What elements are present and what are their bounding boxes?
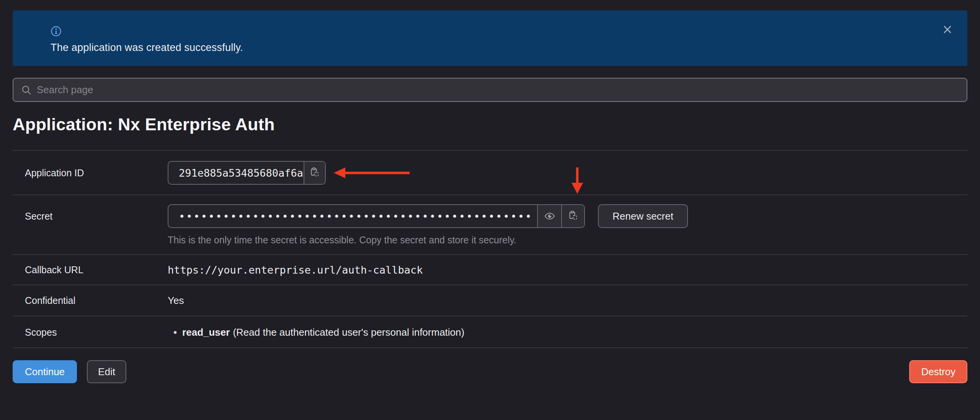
scope-bullet: • bbox=[173, 326, 177, 338]
application-details-page: { "banner": { "message": "The applicatio… bbox=[0, 0, 980, 420]
copy-icon bbox=[309, 167, 320, 179]
page-title: Application: Nx Enterprise Auth bbox=[13, 113, 967, 136]
secret-masked-input[interactable] bbox=[168, 205, 537, 227]
annotation-arrow-down-icon bbox=[568, 167, 586, 194]
scopes-list-item: • read_user(Read the authenticated user'… bbox=[168, 326, 464, 338]
secret-copy-button[interactable] bbox=[561, 205, 584, 227]
secret-label: Secret bbox=[25, 204, 168, 228]
destroy-button[interactable]: Destroy bbox=[909, 360, 967, 383]
action-buttons: Continue Edit Destroy bbox=[13, 360, 967, 383]
row-scopes: Scopes • read_user(Read the authenticate… bbox=[13, 316, 967, 348]
application-id-input[interactable] bbox=[168, 162, 304, 184]
application-id-copy-button[interactable] bbox=[304, 162, 325, 184]
close-icon bbox=[942, 24, 953, 35]
secret-helper-text: This is the only time the secret is acce… bbox=[168, 235, 688, 245]
scope-name: read_user bbox=[182, 326, 230, 338]
renew-secret-button[interactable]: Renew secret bbox=[598, 204, 688, 228]
application-id-value-area bbox=[168, 161, 410, 185]
scope-description: (Read the authenticated user's personal … bbox=[233, 326, 464, 338]
callback-url-label: Callback URL bbox=[25, 264, 168, 276]
search-bar bbox=[13, 78, 967, 102]
copy-icon bbox=[567, 210, 579, 222]
edit-button[interactable]: Edit bbox=[87, 360, 126, 383]
banner-close-button[interactable] bbox=[941, 23, 954, 36]
eye-icon bbox=[544, 210, 555, 222]
info-icon bbox=[51, 26, 62, 37]
row-confidential: Confidential Yes bbox=[13, 285, 967, 316]
row-secret: Secret bbox=[13, 195, 967, 254]
confidential-label: Confidential bbox=[25, 295, 168, 306]
search-input[interactable] bbox=[37, 84, 959, 96]
row-application-id: Application ID bbox=[13, 150, 967, 195]
annotation-arrow-left-icon bbox=[334, 167, 410, 179]
secret-value-area: Renew secret This is the only time the s… bbox=[168, 204, 688, 245]
row-callback-url: Callback URL https://your.enterprise.url… bbox=[13, 254, 967, 285]
scopes-label: Scopes bbox=[25, 326, 168, 338]
application-id-input-group bbox=[168, 161, 326, 185]
search-icon bbox=[21, 85, 32, 95]
application-id-label: Application ID bbox=[25, 161, 168, 185]
secret-input-group bbox=[168, 204, 585, 228]
secret-reveal-button[interactable] bbox=[537, 205, 561, 227]
confidential-value: Yes bbox=[168, 295, 184, 306]
callback-url-value: https://your.enterprise.url/auth-callbac… bbox=[168, 264, 423, 276]
banner-message: The application was created successfully… bbox=[51, 42, 933, 54]
application-details-table: Application ID Sec bbox=[13, 150, 967, 348]
continue-button[interactable]: Continue bbox=[13, 360, 77, 383]
success-banner: The application was created successfully… bbox=[13, 10, 967, 66]
